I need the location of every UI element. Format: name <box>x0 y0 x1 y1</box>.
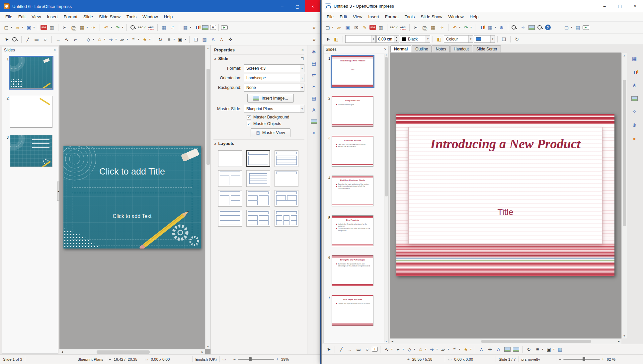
layout-title-only[interactable] <box>275 170 298 187</box>
slide-thumbnail-3[interactable]: 3 <box>2 135 52 167</box>
print-icon[interactable]: ▥ <box>377 24 385 32</box>
menu-view[interactable]: View <box>29 13 44 21</box>
menu-window[interactable]: Window <box>139 13 161 21</box>
slide-thumbnail-2[interactable]: 2 <box>2 96 52 128</box>
save-icon[interactable]: ▣ <box>25 24 33 32</box>
fill-color-select[interactable]: ▾ <box>474 35 495 43</box>
save-icon[interactable]: ▣ <box>344 24 352 32</box>
align-dropdown-icon[interactable]: ▾ <box>173 38 176 41</box>
menu-insert[interactable]: Insert <box>365 13 382 21</box>
open-icon[interactable]: ▱ <box>335 24 343 32</box>
copy-icon[interactable]: ▢ <box>69 24 77 32</box>
print-icon[interactable]: ▥ <box>48 24 56 32</box>
slide-5-preview[interactable]: Cost Analysis Indicate the financial adv… <box>332 215 373 246</box>
spin-up-icon[interactable]: ▲ <box>394 36 399 39</box>
menu-tools[interactable]: Tools <box>123 13 139 21</box>
zoom-slider[interactable] <box>238 359 274 360</box>
menu-help[interactable]: Help <box>467 13 482 21</box>
symbol-shapes-icon[interactable]: ☺ <box>417 345 425 353</box>
slide-1-preview[interactable]: Introducing a New Product Title <box>332 56 373 87</box>
line-ends-arrow-icon[interactable]: → <box>54 36 62 43</box>
connector-dropdown-icon[interactable]: ▾ <box>402 348 405 351</box>
toolbar-overflow-icon[interactable]: » <box>310 36 318 43</box>
extrusion-icon[interactable]: ▧ <box>556 345 564 353</box>
scroll-right-icon[interactable]: ▶ <box>200 349 205 355</box>
fill-style-icon[interactable]: ◧ <box>435 35 443 43</box>
rotate-icon[interactable]: ↻ <box>525 345 533 353</box>
master-objects-checkbox[interactable]: ✓ <box>247 122 251 126</box>
layout-title-content-lines[interactable] <box>275 150 298 167</box>
layout-six-content[interactable] <box>275 210 298 227</box>
connector-icon[interactable]: ⌐ <box>71 36 79 43</box>
sidebar-chart-icon[interactable] <box>630 67 639 77</box>
spelling-icon[interactable]: ABC <box>138 24 146 32</box>
flowchart-dropdown-icon[interactable]: ▾ <box>126 38 129 41</box>
animation-icon[interactable]: ✶ <box>310 82 318 91</box>
3d-objects-icon[interactable]: ▧ <box>201 36 208 43</box>
line-style-select[interactable]: ▾ <box>345 35 376 43</box>
callouts-icon[interactable]: ❝ <box>129 36 137 43</box>
layout-title-two-content[interactable] <box>218 170 242 187</box>
menu-format[interactable]: Format <box>382 13 402 21</box>
select-icon[interactable]: ➤ <box>323 344 334 355</box>
connector-icon[interactable]: ⌐ <box>394 345 402 353</box>
block-arrows-dropdown-icon[interactable]: ▾ <box>436 348 439 351</box>
collapse-icon[interactable]: ∧ <box>214 142 216 145</box>
menu-tools[interactable]: Tools <box>402 13 418 21</box>
zoom-icon[interactable] <box>536 24 544 32</box>
fill-type-select[interactable]: Colour ▾ <box>444 35 473 43</box>
slide-section-header[interactable]: ∧ Slide ❐ <box>213 54 304 63</box>
panel-collapse-grip[interactable]: ◀ <box>57 182 59 201</box>
align-dropdown-icon[interactable]: ▾ <box>541 348 544 351</box>
layout-two-over-one[interactable] <box>275 190 298 207</box>
master-slides-icon[interactable]: ▤ <box>310 94 318 103</box>
find-replace-icon[interactable] <box>511 24 519 32</box>
flowchart-icon[interactable]: ▱ <box>118 36 126 43</box>
close-icon[interactable]: × <box>384 47 386 52</box>
stars-icon[interactable]: ★ <box>462 345 470 353</box>
line-arrow-icon[interactable]: → <box>346 345 354 353</box>
snap-guides-icon[interactable]: # <box>169 24 177 32</box>
slide-3-preview[interactable] <box>10 135 52 167</box>
slide-canvas[interactable]: Click to add Title Click to add Text <box>63 146 201 249</box>
scroll-down-icon[interactable]: ▼ <box>385 340 387 342</box>
gallery-icon[interactable] <box>310 117 318 126</box>
redo-dropdown-icon[interactable]: ▾ <box>470 26 473 29</box>
horizontal-scrollbar[interactable]: ◀ ▶ <box>59 349 205 354</box>
shadow-icon[interactable]: ❏ <box>192 36 200 43</box>
edit-file-icon[interactable]: ✎ <box>361 24 369 32</box>
paste-dropdown-icon[interactable]: ▾ <box>86 26 89 29</box>
close-button[interactable]: × <box>305 0 320 12</box>
slide-body-placeholder[interactable]: Title <box>409 207 602 217</box>
basic-shapes-icon[interactable]: ◇ <box>84 36 92 43</box>
rectangle-icon[interactable]: ▭ <box>355 345 362 353</box>
menu-file[interactable]: File <box>324 13 337 21</box>
table-dropdown-icon[interactable]: ▾ <box>189 26 192 29</box>
gallery-icon[interactable] <box>630 94 639 103</box>
misc-sidebar-icon[interactable]: ● <box>630 134 639 143</box>
scrollbar-thumb[interactable] <box>206 69 210 165</box>
sidebar-settings-icon[interactable]: ✱ <box>310 47 318 56</box>
slide-transition-icon[interactable]: ⇄ <box>310 71 318 79</box>
styles-icon[interactable]: ★ <box>630 81 639 90</box>
menu-insert[interactable]: Insert <box>44 13 61 21</box>
cut-icon[interactable]: ✂ <box>61 24 69 32</box>
dropdown-icon[interactable]: ▾ <box>300 105 304 112</box>
curve-icon[interactable]: ∿ <box>383 345 391 353</box>
scroll-left-icon[interactable]: ◀ <box>390 339 395 344</box>
line-width-input[interactable] <box>377 36 394 42</box>
insert-table-icon[interactable]: ▦ <box>182 24 190 32</box>
line-color-select[interactable]: Black ▾ <box>400 35 430 43</box>
master-slide-status[interactable]: prs-novelty <box>521 357 540 361</box>
scroll-up-icon[interactable]: ▲ <box>385 54 387 56</box>
slides-panel-scrollbar[interactable]: ▲ ▼ <box>384 54 388 342</box>
collapse-icon[interactable]: ∧ <box>214 57 216 60</box>
help-icon[interactable]: ? <box>545 25 551 30</box>
layouts-section-header[interactable]: ∧ Layouts <box>213 139 304 148</box>
callouts-dropdown-icon[interactable]: ▾ <box>137 38 140 41</box>
titlebar[interactable]: Untitled 3 - OpenOffice Impress – ▢ × <box>322 0 643 12</box>
slide-canvas[interactable]: Introducing a New Product Title <box>396 114 614 276</box>
open-dropdown-icon[interactable]: ▾ <box>21 26 24 29</box>
navigator-icon[interactable]: ✧ <box>519 24 527 32</box>
symbol-shapes-dropdown-icon[interactable]: ▾ <box>103 38 106 41</box>
